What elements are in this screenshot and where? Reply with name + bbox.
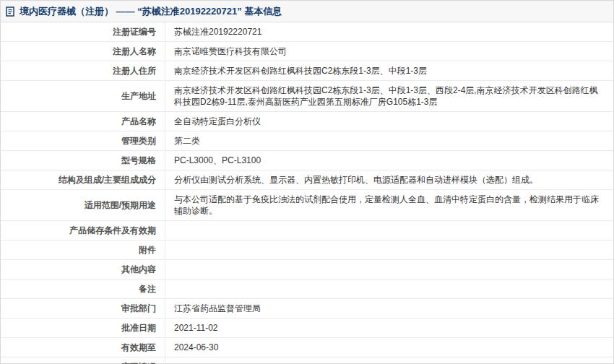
row-label: 管理类别 bbox=[1, 131, 165, 151]
row-value: 2024-06-30 bbox=[165, 338, 613, 358]
row-label-text: 适用范围/预期用途 bbox=[85, 199, 156, 211]
row-label-text: 有效期至 bbox=[121, 342, 156, 353]
row-value bbox=[165, 221, 613, 240]
row-label: 有效期至 bbox=[1, 338, 165, 358]
row-label: 产品储存条件及有效期 bbox=[1, 221, 165, 240]
table-row: 生产地址南京经济技术开发区科创路红枫科技园C2栋东段1-3层、中段1-3层、西段… bbox=[1, 81, 613, 112]
row-label: 生产地址 bbox=[1, 81, 165, 112]
row-label: 注册证编号 bbox=[1, 22, 165, 42]
row-label-text: 变更情况 bbox=[121, 361, 156, 364]
registration-info-page: 境内医疗器械（注册） —— “苏械注准20192220721” 基本信息 注册证… bbox=[0, 0, 614, 364]
row-label: 注册人名称 bbox=[1, 42, 165, 61]
table-row: 型号规格PC-L3000、PC-L3100 bbox=[1, 151, 613, 170]
row-value: 第二类 bbox=[165, 131, 613, 151]
page-title: 境内医疗器械（注册） —— “苏械注准20192220721” 基本信息 bbox=[20, 5, 282, 18]
row-label: 型号规格 bbox=[1, 151, 165, 170]
row-label-text: 注册证编号 bbox=[113, 26, 156, 38]
row-label: 注册人住所 bbox=[1, 61, 165, 81]
row-label-text: 附件 bbox=[139, 244, 156, 256]
row-label: 审批部门 bbox=[1, 299, 165, 318]
table-row: 产品储存条件及有效期 bbox=[1, 221, 613, 240]
row-label: 批准日期 bbox=[1, 318, 165, 338]
row-label-text: 其他内容 bbox=[121, 264, 156, 275]
page-header: 境内医疗器械（注册） —— “苏械注准20192220721” 基本信息 bbox=[1, 1, 613, 22]
row-label-text: 审批部门 bbox=[121, 303, 156, 314]
row-label: 附件 bbox=[1, 240, 165, 260]
row-value: 分析仪由测试分析系统、显示器、内置热敏打印机、电源适配器和自动进样模块（选配）组… bbox=[165, 170, 613, 190]
row-label: 备注 bbox=[1, 280, 165, 299]
table-row: 批准日期2021-11-02 bbox=[1, 318, 613, 338]
row-value: 南京诺唯赞医疗科技有限公司 bbox=[165, 42, 613, 61]
row-label-text: 产品储存条件及有效期 bbox=[69, 225, 156, 236]
table-row: 结构及组成/主要组成成分分析仪由测试分析系统、显示器、内置热敏打印机、电源适配器… bbox=[1, 170, 613, 190]
row-value: 南京经济技术开发区科创路红枫科技园C2栋东段1-3层、中段1-3层 bbox=[165, 61, 613, 81]
row-label-text: 生产地址 bbox=[121, 90, 156, 102]
table-row: 注册人名称南京诺唯赞医疗科技有限公司 bbox=[1, 42, 613, 61]
row-value bbox=[165, 240, 613, 260]
row-label-text: 管理类别 bbox=[121, 135, 156, 147]
table-row: 其他内容 bbox=[1, 260, 613, 280]
table-row: 备注 bbox=[1, 280, 613, 299]
table-row: 产品名称全自动特定蛋白分析仪 bbox=[1, 112, 613, 131]
row-label: 结构及组成/主要组成成分 bbox=[1, 170, 165, 190]
row-value bbox=[165, 358, 613, 364]
row-value bbox=[165, 260, 613, 280]
info-table: 注册证编号苏械注准20192220721注册人名称南京诺唯赞医疗科技有限公司注册… bbox=[1, 22, 613, 364]
row-label-text: 型号规格 bbox=[121, 155, 156, 166]
table-row: 审批部门江苏省药品监督管理局 bbox=[1, 299, 613, 318]
row-label-text: 产品名称 bbox=[121, 116, 156, 127]
document-icon bbox=[5, 6, 15, 17]
row-value: 苏械注准20192220721 bbox=[165, 22, 613, 42]
table-row: 适用范围/预期用途与本公司适配的基于免疫比浊法的试剂配合使用，定量检测人全血、血… bbox=[1, 190, 613, 221]
row-value: 全自动特定蛋白分析仪 bbox=[165, 112, 613, 131]
table-row: 变更情况 bbox=[1, 358, 613, 364]
table-row: 注册人住所南京经济技术开发区科创路红枫科技园C2栋东段1-3层、中段1-3层 bbox=[1, 61, 613, 81]
row-label-text: 注册人住所 bbox=[113, 65, 156, 77]
table-row: 附件 bbox=[1, 240, 613, 260]
row-label-text: 批准日期 bbox=[121, 322, 156, 334]
row-value: 与本公司适配的基于免疫比浊法的试剂配合使用，定量检测人全血、血清中特定蛋白的含量… bbox=[165, 190, 613, 221]
row-label-text: 注册人名称 bbox=[113, 46, 156, 57]
row-label: 适用范围/预期用途 bbox=[1, 190, 165, 221]
row-value: 南京经济技术开发区科创路红枫科技园C2栋东段1-3层、中段1-3层、西段2-4层… bbox=[165, 81, 613, 112]
row-value: PC-L3000、PC-L3100 bbox=[165, 151, 613, 170]
row-label: 变更情况 bbox=[1, 358, 165, 364]
row-label-text: 结构及组成/主要组成成分 bbox=[59, 174, 156, 186]
row-value: 江苏省药品监督管理局 bbox=[165, 299, 613, 318]
row-value bbox=[165, 280, 613, 299]
row-label-text: 备注 bbox=[139, 283, 156, 295]
table-row: 注册证编号苏械注准20192220721 bbox=[1, 22, 613, 42]
table-row: 有效期至2024-06-30 bbox=[1, 338, 613, 358]
row-label: 其他内容 bbox=[1, 260, 165, 280]
table-row: 管理类别第二类 bbox=[1, 131, 613, 151]
row-value: 2021-11-02 bbox=[165, 318, 613, 338]
row-label: 产品名称 bbox=[1, 112, 165, 131]
